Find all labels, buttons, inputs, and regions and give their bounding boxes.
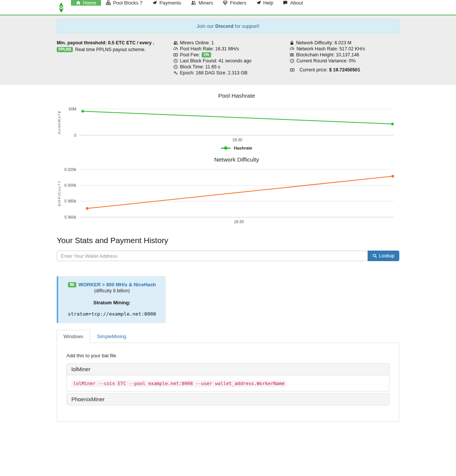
bat-file-intro: Add this to your bat file — [66, 353, 390, 358]
os-tabs: Windows SimpleMining — [57, 330, 399, 343]
svg-text:6 020k: 6 020k — [64, 167, 76, 172]
pplns-badge: PPLNS — [57, 47, 73, 52]
svg-text:18:30: 18:30 — [233, 138, 242, 142]
wallet-lookup-group: Lookup — [57, 251, 399, 261]
users-icon — [191, 0, 196, 5]
worker-title: 8bWORKER > 800 MH/s & NiceHash — [62, 282, 162, 287]
network-difficulty: Network Difficulty: 6.023 M — [290, 40, 399, 46]
accordion-lolminer[interactable]: lolMiner — [66, 363, 390, 375]
cubes-icon — [106, 0, 111, 5]
accordion-phoenixminer[interactable]: PhoenixMiner — [66, 393, 390, 405]
svg-text:DIFFICULTY: DIFFICULTY — [57, 180, 61, 206]
stratum-label: Stratum Mining: — [62, 300, 162, 305]
tachometer-icon — [290, 47, 294, 51]
nav-item-help[interactable]: Help — [251, 0, 278, 6]
payout-scheme: PPLNS Real time PPLNS payout scheme. — [57, 47, 173, 52]
miners-online: Miners Online: 1 — [173, 40, 290, 46]
home-icon — [76, 0, 81, 5]
discord-link[interactable]: Discord — [215, 23, 233, 29]
top-navbar: Home Pool Blocks 7 Payments Miners Finde… — [0, 0, 456, 15]
stats-heading: Your Stats and Payment History — [57, 236, 399, 245]
tab-simplemining[interactable]: SimpleMining — [90, 330, 133, 343]
block-time: Block Time: 11.65 s — [173, 64, 290, 70]
wallet-address-input[interactable] — [57, 251, 368, 261]
gem-icon — [223, 0, 228, 5]
pool-hashrate-chart: 050M18:30HASHRATE — [57, 102, 399, 144]
svg-text:6 000k: 6 000k — [64, 183, 76, 187]
comment-icon — [283, 0, 288, 5]
paper-plane-icon — [152, 0, 157, 5]
nav-item-finders[interactable]: Finders — [218, 0, 251, 6]
bat-file-panel: Add this to your bat file lolMiner lolMi… — [57, 343, 399, 422]
money-icon — [173, 53, 178, 57]
nav-item-home[interactable]: Home — [71, 0, 101, 6]
nicehash-info-box: 8bWORKER > 800 MH/s & NiceHash (difficul… — [57, 276, 166, 323]
lolminer-body: lolMiner --coin ETC --pool example.net:8… — [66, 375, 390, 391]
svg-text:18:30: 18:30 — [234, 219, 244, 224]
nav-item-pool-blocks[interactable]: Pool Blocks 7 — [101, 0, 148, 6]
svg-text:0: 0 — [74, 133, 76, 138]
discord-banner: Join our Discord for support! — [57, 19, 399, 33]
svg-text:5 980k: 5 980k — [64, 199, 76, 203]
money-icon — [290, 68, 295, 72]
search-icon — [373, 254, 377, 258]
stats-column-network: Network Difficulty: 6.023 M Network Hash… — [290, 40, 399, 76]
last-block-found: Last Block Found: 41 seconds ago — [173, 58, 290, 64]
hashrate-legend: Hashrate — [79, 146, 394, 150]
lock-icon — [290, 41, 294, 45]
pool-hashrate-chart-block: Pool Hashrate 050M18:30HASHRATE Hashrate — [57, 92, 399, 150]
pool-hashrate-title: Pool Hashrate — [79, 92, 394, 99]
tab-windows[interactable]: Windows — [57, 330, 90, 343]
network-hash-rate: Network Hash Rate: 517.02 KH/s — [290, 46, 399, 52]
current-round-variance: Current Round Variance: 0% — [290, 58, 399, 64]
hashrate-legend-marker — [221, 147, 231, 150]
pool-fee: Pool Fee: 1% — [173, 52, 290, 58]
etc-logo-icon — [57, 2, 65, 13]
stratum-url: stratum+tcp://example.net:8008 — [62, 311, 162, 317]
tachometer-icon — [173, 47, 178, 51]
worker-subtitle: (difficulty 8 billion) — [62, 288, 162, 293]
current-price: Current price: $ 19.72450501 — [290, 67, 399, 73]
payout-threshold: Min. payout threshold: 0.5 ETC ETC / eve… — [57, 40, 173, 46]
pool-hash-rate: Pool Hash Rate: 16.31 MH/s — [173, 46, 290, 52]
network-difficulty-title: Network Difficulty — [79, 156, 394, 163]
price-value: $ 19.72450501 — [329, 67, 360, 73]
network-difficulty-chart-block: Network Difficulty 5 960k5 980k6 000k6 0… — [57, 156, 399, 225]
svg-text:5 960k: 5 960k — [64, 215, 76, 219]
brand-logo[interactable] — [57, 0, 71, 15]
stats-column-pool: Miners Online: 1 Pool Hash Rate: 16.31 M… — [173, 40, 290, 76]
hashrate-legend-label: Hashrate — [234, 146, 252, 150]
lolminer-command: lolMiner --coin ETC --pool example.net:8… — [71, 380, 287, 387]
lookup-button[interactable]: Lookup — [368, 251, 399, 261]
bars-icon — [290, 53, 294, 57]
pool-stats: Min. payout threshold: 0.5 ETC ETC / eve… — [57, 40, 399, 76]
nav-item-miners[interactable]: Miners — [186, 0, 218, 6]
difficulty-badge: 8b — [68, 282, 76, 287]
bottom-spacer — [0, 422, 456, 476]
pool-fee-badge: 1% — [202, 52, 211, 57]
nav-item-about[interactable]: About — [278, 0, 308, 6]
clock-icon — [290, 59, 294, 63]
hero-section: Join our Discord for support! Min. payou… — [0, 15, 456, 85]
nav-menu: Home Pool Blocks 7 Payments Miners Finde… — [71, 0, 308, 15]
paper-plane-icon — [256, 0, 261, 5]
svg-text:50M: 50M — [69, 107, 76, 111]
clock-icon — [173, 59, 178, 63]
svg-text:HASHRATE: HASHRATE — [57, 110, 61, 134]
users-icon — [173, 41, 178, 45]
clock-icon — [173, 65, 178, 69]
network-difficulty-chart: 5 960k5 980k6 000k6 020k18:30DIFFICULTY — [57, 166, 399, 225]
blockchain-height: Blockchain Height: 10,137,146 — [290, 52, 399, 58]
nav-item-payments[interactable]: Payments — [147, 0, 186, 6]
stats-column-payout: Min. payout threshold: 0.5 ETC ETC / eve… — [57, 40, 173, 76]
gears-icon — [173, 71, 178, 75]
epoch-dag-size: Epoch: 168 DAG Size: 2.313 GB — [173, 70, 290, 76]
